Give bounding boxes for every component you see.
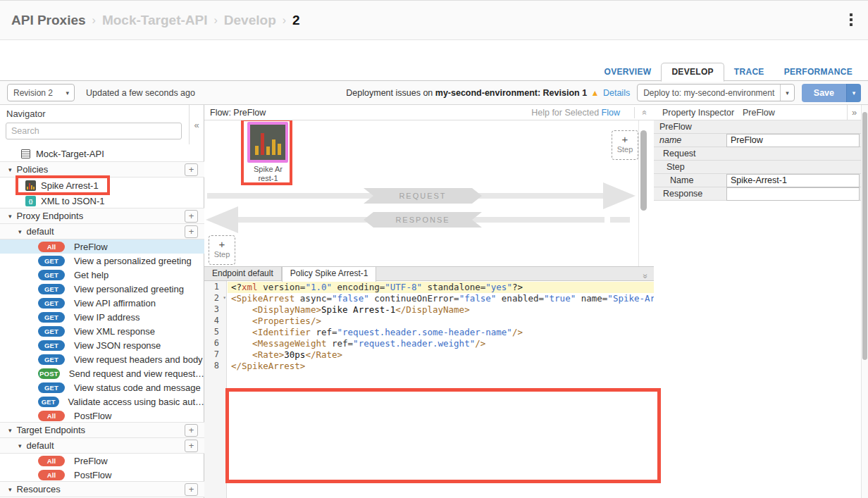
breadcrumb-separator: › (283, 14, 286, 27)
inspector-label: PreFlow (654, 122, 692, 132)
code-line-8[interactable]: </SpikeArrest> (228, 361, 654, 372)
inspector-scrollbar-thumb[interactable] (862, 112, 867, 360)
flow-scrollbar-thumb[interactable] (640, 130, 647, 211)
caret-down-icon[interactable]: ▾ (8, 486, 12, 493)
flow-postflow[interactable]: AllPostFlow (0, 409, 204, 423)
save-options-caret[interactable]: ▾ (846, 84, 861, 102)
flow-preflow[interactable]: AllPreFlow (0, 454, 204, 468)
flow-scrollbar (638, 120, 648, 266)
flow-view-xml-response[interactable]: GETView XML response (0, 324, 204, 338)
breadcrumb-separator: › (92, 14, 96, 27)
fold-icon[interactable]: ▾ (223, 292, 226, 304)
search-input[interactable] (6, 123, 182, 139)
code-line-3[interactable]: <DisplayName>Spike Arrest-1</DisplayName… (228, 304, 654, 316)
flow-label: View status code and message (74, 382, 201, 393)
caret-down-icon[interactable]: ▾ (18, 442, 22, 449)
add-target-endpoints-button[interactable]: + (185, 424, 198, 437)
code-line-1[interactable]: <?xml version="1.0" encoding="UTF-8" sta… (228, 282, 654, 293)
caret-down-icon[interactable]: ▾ (8, 427, 12, 434)
method-badge-all: All (38, 242, 65, 252)
tab-trace[interactable]: TRACE (724, 63, 774, 81)
revision-select[interactable]: Revision 2 ▾ (7, 84, 75, 101)
section-policies[interactable]: ▾Policies+ (0, 161, 204, 178)
code-lines[interactable]: <?xml version="1.0" encoding="UTF-8" sta… (228, 281, 654, 498)
caret-down-icon[interactable]: ▾ (8, 213, 12, 220)
flow-label: View personalized greeting (74, 284, 184, 294)
add-step-button[interactable]: + Step (209, 235, 235, 265)
policy-spike-arrest-1[interactable]: Spike Arrest-1 (0, 178, 204, 193)
tab-develop[interactable]: DEVELOP (661, 63, 724, 82)
editor-collapse-icon[interactable]: » (643, 269, 648, 282)
flow-view-ip-address[interactable]: GETView IP address (0, 310, 204, 324)
tab-performance[interactable]: PERFORMANCE (774, 63, 862, 81)
flow-get-help[interactable]: GETGet help (0, 268, 204, 282)
section-target-endpoints[interactable]: ▾Target Endpoints+ (0, 422, 204, 438)
editor-tab-policy-spike-arrest-1[interactable]: Policy Spike Arrest-1 (282, 267, 377, 282)
flow-view-status-code-and-message[interactable]: GETView status code and message (0, 380, 204, 394)
details-link[interactable]: Details (603, 88, 630, 98)
breadcrumb-mock-target-api[interactable]: Mock-Target-API (102, 13, 208, 28)
flow-help-link[interactable]: Flow (602, 108, 620, 118)
add-default-button[interactable]: + (185, 225, 198, 238)
deploy-to-select-value: Deploy to: my-second-environment (638, 88, 780, 98)
add-default-button[interactable]: + (185, 440, 198, 452)
caret-down-icon[interactable]: ▾ (8, 166, 12, 173)
save-button[interactable]: Save (802, 84, 846, 102)
flow-label: Get help (74, 270, 108, 280)
inspector-field-name[interactable]: PreFlow (726, 134, 860, 147)
inspector-row-step: Step (654, 161, 861, 174)
property-inspector-panel: Property Inspector PreFlow » PreFlowname… (654, 105, 868, 498)
breadcrumb-2: 2 (292, 13, 300, 28)
flow-title: Flow: PreFlow (210, 108, 266, 118)
subsection-default[interactable]: ▾default+ (0, 223, 204, 239)
collapse-panel-icon[interactable]: « (189, 105, 204, 144)
editor-tab-endpoint-default[interactable]: Endpoint default (204, 267, 282, 281)
add-policies-button[interactable]: + (185, 163, 198, 176)
flow-view-json-response[interactable]: GETView JSON response (0, 338, 204, 352)
section-resources[interactable]: ▾Resources+ (0, 481, 204, 497)
breadcrumb-api-proxies[interactable]: API Proxies (11, 13, 86, 28)
collapse-inspector-icon[interactable]: » (847, 105, 861, 120)
inspector-row-name: NameSpike-Arrest-1 (654, 174, 861, 187)
code-line-7[interactable]: <Rate>30ps</Rate> (228, 349, 654, 361)
item-mock-target-api[interactable]: Mock-Target-API (0, 145, 204, 162)
line-number: 5 (204, 326, 226, 337)
flow-postflow[interactable]: AllPostFlow (0, 468, 204, 482)
code-line-5[interactable]: <Identifier ref="request.header.some-hea… (228, 327, 654, 338)
caret-down-icon[interactable]: ▾ (18, 228, 22, 235)
deploy-to-select[interactable]: Deploy to: my-second-environment ▾ (637, 84, 795, 101)
property-inspector-header: Property Inspector PreFlow » (654, 105, 861, 120)
add-proxy-endpoints-button[interactable]: + (185, 210, 198, 223)
flow-view-personalized-greeting[interactable]: GETView personalized greeting (0, 282, 204, 296)
flow-view-api-affirmation[interactable]: GETView API affirmation (0, 296, 204, 310)
method-badge-get: GET (38, 284, 65, 294)
code-line-2[interactable]: <SpikeArrest async="false" continueOnErr… (228, 293, 654, 304)
request-label: REQUEST (364, 188, 482, 204)
request-arrowhead-icon (603, 182, 636, 209)
code-editor[interactable]: 12▾345678 <?xml version="1.0" encoding="… (204, 281, 654, 498)
flow-view-a-personalized-greeting[interactable]: GETView a personalized greeting (0, 254, 204, 268)
add-step-button[interactable]: + Step (612, 130, 638, 160)
inspector-field-name[interactable]: Spike-Arrest-1 (726, 174, 860, 187)
kebab-menu-icon[interactable] (850, 13, 852, 26)
chevron-down-icon: ▾ (780, 85, 794, 101)
flow-validate-access-using-basic-aut[interactable]: GETValidate access using basic aut… (0, 394, 204, 409)
code-line-4[interactable]: <Properties/> (228, 316, 654, 327)
flow-preflow[interactable]: AllPreFlow (0, 239, 204, 254)
subsection-default[interactable]: ▾default+ (0, 437, 204, 454)
line-number: 7 (204, 349, 226, 360)
section-proxy-endpoints[interactable]: ▾Proxy Endpoints+ (0, 208, 204, 224)
breadcrumb: API Proxies›Mock-Target-API›Develop›2 (11, 1, 300, 40)
add-resources-button[interactable]: + (185, 483, 198, 496)
collapse-flow-icon[interactable]: » (634, 107, 647, 118)
code-line-6[interactable]: <MessageWeight ref="request.header.weigh… (228, 338, 654, 349)
flow-send-request-and-view-request[interactable]: POSTSend request and view request… (0, 366, 204, 380)
flow-label: View XML response (74, 326, 155, 337)
spike-arrest-node[interactable] (247, 122, 288, 163)
main-tabs: OVERVIEWDEVELOPTRACEPERFORMANCE (595, 63, 862, 81)
tab-overview[interactable]: OVERVIEW (595, 63, 662, 81)
flow-view-request-headers-and-body[interactable]: GETView request headers and body (0, 352, 204, 366)
breadcrumb-develop[interactable]: Develop (224, 13, 276, 28)
inspector-field-response[interactable] (726, 187, 860, 201)
policy-xml-to-json-1[interactable]: {}XML to JSON-1 (0, 193, 204, 208)
